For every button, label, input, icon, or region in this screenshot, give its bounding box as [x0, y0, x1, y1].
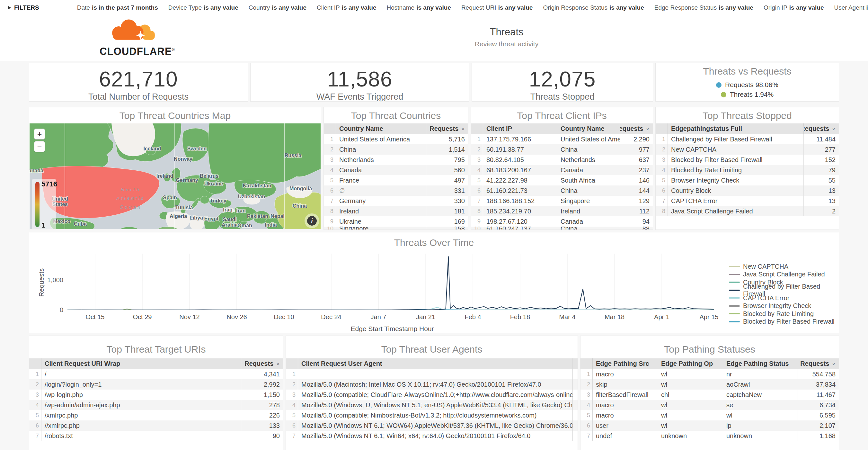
chart-legend-item[interactable]: New CAPTCHA — [729, 263, 839, 271]
table-row[interactable]: 7/robots.txt90 — [29, 431, 283, 441]
column-header[interactable]: Edgepathingstatus Full — [668, 123, 803, 134]
table-row[interactable]: 6Country Block13 — [656, 185, 839, 196]
table-row[interactable]: 4Blocked by Rate Limiting79 — [656, 165, 839, 175]
table-row[interactable]: 380.82.64.105Netherlands637 — [471, 155, 653, 165]
column-header[interactable]: Requests∨ — [241, 358, 283, 369]
filters-toggle[interactable]: FILTERS — [8, 4, 39, 11]
x-tick: Apr 1 — [654, 313, 670, 321]
world-map[interactable]: CanadaIcelandNorwaySwedenRussiaUnitedSta… — [30, 123, 320, 229]
table-row[interactable]: 1 — [286, 369, 578, 379]
table-row[interactable]: 6//xmlrpc.php133 — [29, 420, 283, 431]
table-row[interactable]: 5macrowlwl6,595 — [581, 410, 839, 420]
table-row[interactable]: 1Challenged by Filter Based Firewall11,4… — [656, 134, 839, 144]
column-header[interactable]: Edge Pathing Status — [723, 358, 798, 369]
table-row[interactable]: 4/wp-admin/admin-ajax.php278 — [29, 400, 283, 410]
filter-item-edge-response-status[interactable]: Edge Response Statusis any value — [654, 4, 753, 11]
column-header[interactable]: Edge Pathing Op — [658, 358, 723, 369]
table-row[interactable]: 3Netherlands795 — [324, 155, 468, 165]
table-row[interactable]: 4Mozilla/5.0 (Windows; U; Windows NT 5.1… — [286, 400, 578, 410]
table-row[interactable]: 7188.166.188.152Singapore129 — [471, 196, 653, 206]
column-header[interactable]: Requests∨ — [798, 358, 839, 369]
filter-item-client-ip[interactable]: Client IPis any value — [317, 4, 376, 11]
table-row[interactable]: 4Canada560 — [324, 165, 468, 175]
column-header[interactable]: Requests∨ — [620, 123, 653, 134]
table-header: Client IPCountry NameRequests∨ — [471, 123, 653, 134]
row-index: 4 — [286, 400, 298, 410]
column-header[interactable]: Client Request URI Wrap — [41, 358, 241, 369]
table-header: Client Request User Agent — [286, 358, 578, 369]
table-row[interactable]: 541.222.227.98South Africa146 — [471, 175, 653, 185]
chart-legend-item[interactable]: Browser Integrity Check — [729, 302, 839, 310]
table-cell: Netherlands — [336, 155, 426, 165]
table-row[interactable]: 6∅331 — [324, 185, 468, 196]
table-row[interactable]: 9198.27.67.120Canada94 — [471, 216, 653, 227]
table-row[interactable]: 2skipwlaoCrawl37,834 — [581, 379, 839, 390]
table-row[interactable]: 7CAPTCHA Error13 — [656, 196, 839, 206]
table-row[interactable]: 2/login/?login_only=12,992 — [29, 379, 283, 390]
chart-legend-item[interactable]: Blocked by Filter Based Firewall — [729, 318, 839, 326]
column-header[interactable]: Client Request User Agent — [298, 358, 572, 369]
filter-item-hostname[interactable]: Hostnameis any value — [387, 4, 451, 11]
table-row[interactable]: 1061.160.247.137China88 — [471, 227, 653, 230]
table-row[interactable]: 1United States of America5,716 — [324, 134, 468, 144]
filter-field: Hostname — [387, 4, 415, 11]
map-country-label: Iraq — [223, 207, 232, 212]
filter-item-country[interactable]: Countryis any value — [249, 4, 307, 11]
column-header[interactable]: Country Name — [557, 123, 620, 134]
table-row[interactable]: 6Mozilla/5.0 (Windows NT 6.1; WOW64) App… — [286, 420, 578, 431]
table-row[interactable]: 1/4,341 — [29, 369, 283, 379]
table-row[interactable]: 8Java Script Challenge Failed2 — [656, 206, 839, 216]
filter-value: is any value — [719, 4, 753, 11]
table-row[interactable]: 468.183.200.167Canada237 — [471, 165, 653, 175]
table-row[interactable]: 8Ireland181 — [324, 206, 468, 216]
filter-item-request-uri[interactable]: Request URIis any value — [461, 4, 533, 11]
table-row[interactable]: 5/xmlrpc.php226 — [29, 410, 283, 420]
chart-legend-item[interactable]: Blocked by Rate Limiting — [729, 310, 839, 318]
map-country-label: China — [293, 203, 307, 209]
table-row[interactable]: 2New CAPTCHA277 — [656, 144, 839, 155]
column-header[interactable]: Requests∨ — [426, 123, 468, 134]
column-header[interactable]: Requests∨ — [803, 123, 839, 134]
table-row[interactable]: 1macrowlnr554,758 — [581, 369, 839, 379]
table-row[interactable]: 2Mozilla/5.0 (Macintosh; Intel Mac OS X … — [286, 379, 578, 390]
column-header[interactable]: Edge Pathing Src — [593, 358, 658, 369]
chart-legend-item[interactable]: Java Script Challenge Failed — [729, 271, 839, 279]
zoom-out-button[interactable]: − — [34, 141, 45, 152]
zoom-in-button[interactable]: + — [34, 128, 45, 140]
table-row[interactable]: 5Mozilla/5.0 (compatible; Nimbostratus-B… — [286, 410, 578, 420]
table-row[interactable]: 2China1,514 — [324, 144, 468, 155]
table-row[interactable]: 6userwlip2,107 — [581, 420, 839, 431]
filter-item-device-type[interactable]: Device Typeis any value — [168, 4, 238, 11]
table-cell: Canada — [336, 165, 426, 175]
table-row[interactable]: 5Browser Integrity Check55 — [656, 175, 839, 185]
table-row[interactable]: 10Singapore158 — [324, 227, 468, 230]
filter-item-origin-response-status[interactable]: Origin Response Statusis any value — [543, 4, 644, 11]
table-row[interactable]: 9Ukraine169 — [324, 216, 468, 227]
table-row[interactable]: 661.160.221.73China144 — [471, 185, 653, 196]
map-info-button[interactable]: i — [305, 213, 319, 228]
table-row[interactable]: 8185.234.219.70Ireland112 — [471, 206, 653, 216]
legend-line-icon — [729, 313, 740, 314]
column-header[interactable]: Client IP — [483, 123, 557, 134]
table-cell: Mozilla/5.0 (Macintosh; Intel Mac OS X 1… — [298, 379, 572, 390]
table-row[interactable]: 3Mozilla/5.0 (compatible; CloudFlare-Alw… — [286, 390, 578, 400]
chart-legend-item[interactable]: Challenged by Filter Based Firewall — [729, 287, 839, 294]
threats-over-time-plot[interactable] — [67, 253, 714, 310]
top-threats-stopped-panel: Top Threats Stopped Edgepathingstatus Fu… — [655, 107, 839, 230]
table-row[interactable]: 3Blocked by Filter Based Firewall152 — [656, 155, 839, 165]
filter-item-origin-ip[interactable]: Origin IPis any value — [764, 4, 824, 11]
table-row[interactable]: 260.191.38.77China977 — [471, 144, 653, 155]
chart-legend-item[interactable]: CAPTCHA Error — [729, 294, 839, 302]
filter-item-date[interactable]: Dateis in the past 7 months — [77, 4, 158, 11]
column-header[interactable]: Country Name — [336, 123, 426, 134]
table-row[interactable]: 1137.175.79.166United States of America2… — [471, 134, 653, 144]
table-row[interactable]: 3filterBasedFirewallchlcaptchaNew11,467 — [581, 390, 839, 400]
table-row[interactable]: 3/wp-login.php1,150 — [29, 390, 283, 400]
table-row[interactable]: 7Germany330 — [324, 196, 468, 206]
table-row[interactable]: 7Mozilla/5.0 (Windows NT 6.1; Win64; x64… — [286, 431, 578, 441]
table-row[interactable]: 7undefunknownunknown1,168 — [581, 431, 839, 441]
table-row[interactable]: 5France497 — [324, 175, 468, 185]
table-row[interactable]: 4macrowlse6,734 — [581, 400, 839, 410]
table-cell: /wp-admin/admin-ajax.php — [41, 400, 241, 410]
filter-item-user-agent[interactable]: User Agentis any value — [834, 4, 868, 11]
